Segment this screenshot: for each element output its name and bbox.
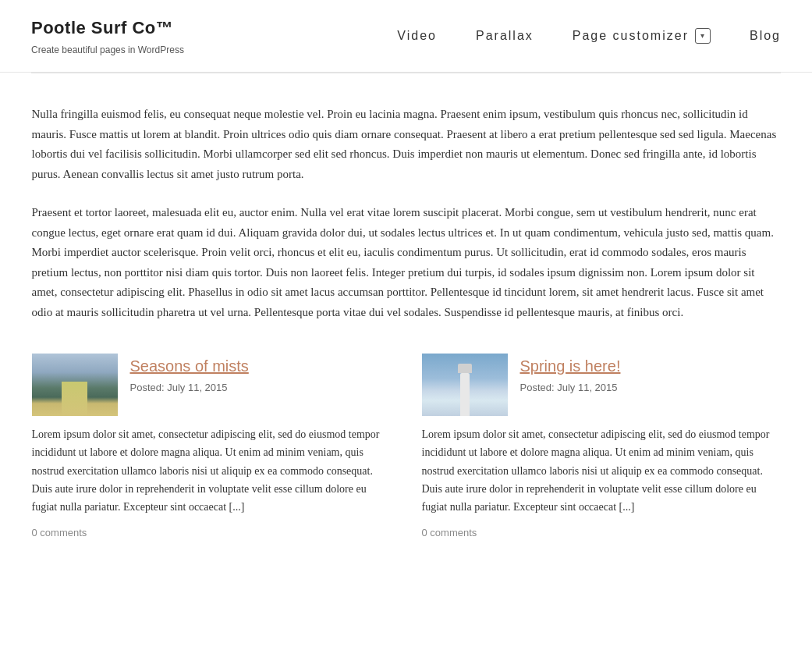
post-title-2[interactable]: Spring is here!	[520, 357, 621, 375]
post-date-1: Posted: July 11, 2015	[130, 380, 249, 396]
post-title-1[interactable]: Seasons of mists	[130, 357, 249, 375]
post-comments-2[interactable]: 0 comments	[422, 525, 781, 542]
post-card-1: Seasons of mists Posted: July 11, 2015 L…	[32, 354, 391, 541]
post-thumbnail-2	[422, 354, 508, 416]
post-header-1: Seasons of mists Posted: July 11, 2015	[32, 354, 391, 416]
post-excerpt-2: Lorem ipsum dolor sit amet, consectetur …	[422, 425, 781, 515]
chevron-down-icon[interactable]: ▾	[695, 28, 711, 44]
site-branding: Pootle Surf Co™ Create beautiful pages i…	[31, 14, 184, 58]
post-date-2: Posted: July 11, 2015	[520, 380, 621, 396]
posts-grid: Seasons of mists Posted: July 11, 2015 L…	[32, 354, 781, 541]
intro-paragraph-2: Praesent et tortor laoreet, malesuada el…	[32, 203, 781, 322]
post-title-group-2: Spring is here! Posted: July 11, 2015	[520, 354, 621, 416]
site-title: Pootle Surf Co™	[31, 14, 184, 41]
post-card-2: Spring is here! Posted: July 11, 2015 Lo…	[422, 354, 781, 541]
nav-link-page-customizer[interactable]: Page customizer	[573, 26, 689, 46]
post-title-group-1: Seasons of mists Posted: July 11, 2015	[130, 354, 249, 416]
post-excerpt-1: Lorem ipsum dolor sit amet, consectetur …	[32, 425, 391, 515]
nav-item-blog[interactable]: Blog	[750, 26, 781, 46]
nav-item-video[interactable]: Video	[397, 26, 437, 46]
post-comments-1[interactable]: 0 comments	[32, 525, 391, 542]
post-thumbnail-1	[32, 354, 118, 416]
main-content: Nulla fringilla euismod felis, eu conseq…	[16, 73, 796, 572]
main-nav: Video Parallax Page customizer ▾ Blog	[397, 26, 781, 46]
post-header-2: Spring is here! Posted: July 11, 2015	[422, 354, 781, 416]
site-header: Pootle Surf Co™ Create beautiful pages i…	[0, 0, 812, 73]
nav-item-parallax[interactable]: Parallax	[476, 26, 534, 46]
intro-text: Nulla fringilla euismod felis, eu conseq…	[32, 105, 781, 322]
site-tagline: Create beautiful pages in WordPress	[31, 43, 184, 58]
nav-item-page-customizer: Page customizer ▾	[573, 26, 711, 46]
intro-paragraph-1: Nulla fringilla euismod felis, eu conseq…	[32, 105, 781, 184]
